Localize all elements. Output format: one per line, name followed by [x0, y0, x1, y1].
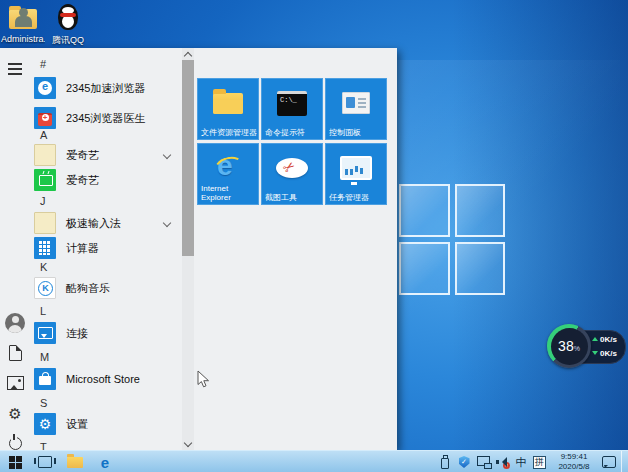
connect-icon [34, 322, 56, 344]
section-letter: S [40, 397, 47, 409]
user-avatar-icon [5, 313, 25, 333]
app-item-label: 设置 [66, 417, 88, 432]
scroll-up-button[interactable] [182, 48, 194, 60]
app-item-label: 酷狗音乐 [66, 281, 110, 296]
desktop-icon-qq[interactable]: 腾讯QQ [46, 4, 90, 47]
file-explorer-icon [197, 86, 259, 120]
tile-label: 任务管理器 [329, 193, 385, 202]
app-item-label: 极速输入法 [66, 216, 121, 231]
2345-browser-icon [34, 77, 56, 99]
app-item-label: Microsoft Store [66, 373, 140, 385]
task-view-button[interactable] [30, 451, 60, 472]
scrollbar-thumb[interactable] [182, 60, 194, 256]
action-center-button[interactable] [602, 454, 616, 470]
windows-logo [399, 184, 505, 295]
scroll-down-button[interactable] [182, 438, 194, 450]
section-header[interactable]: K [30, 260, 188, 274]
windows-logo-pane [399, 242, 450, 295]
app-item-microsoft-store[interactable]: Microsoft Store [30, 366, 180, 392]
windows-logo-pane [455, 242, 506, 295]
desktop-icon-label: 腾讯QQ [46, 34, 90, 47]
download-speed-value: 0K/s [600, 349, 617, 358]
app-item-connect[interactable]: 连接 [30, 320, 180, 346]
volume-tray-icon[interactable]: × [495, 454, 509, 470]
windows-logo-pane [399, 184, 450, 237]
section-header[interactable]: # [30, 57, 188, 71]
download-speed-row: 0K/s [592, 348, 622, 358]
app-list-scrollbar[interactable] [182, 48, 194, 450]
app-group-iqiyi[interactable]: 爱奇艺 [30, 142, 180, 168]
pictures-icon [7, 376, 24, 390]
app-item-settings[interactable]: 设置 [30, 411, 180, 437]
section-header[interactable]: J [30, 194, 188, 208]
chevron-down-icon[interactable] [163, 151, 171, 159]
chevron-down-icon[interactable] [163, 219, 171, 227]
percent-sign: % [574, 332, 580, 366]
task-manager-icon [325, 151, 387, 185]
section-header[interactable]: M [30, 350, 188, 364]
tile-command-prompt[interactable]: 命令提示符 [261, 78, 323, 140]
app-group-jisu-ime[interactable]: 极速输入法 [30, 210, 180, 236]
upload-speed-row: 0K/s [592, 334, 622, 344]
tile-label: 截图工具 [265, 193, 321, 202]
ime-mode-indicator[interactable]: 中 [514, 454, 528, 470]
microsoft-store-icon [34, 368, 56, 390]
tile-file-explorer[interactable]: 文件资源管理器 [197, 78, 259, 140]
document-icon [9, 345, 22, 361]
gear-icon: ⚙ [8, 406, 21, 421]
app-item-label: 爱奇艺 [66, 173, 99, 188]
action-center-icon [602, 456, 616, 468]
command-prompt-icon [261, 86, 323, 120]
power-icon [9, 437, 22, 450]
app-item-calculator[interactable]: 计算器 [30, 235, 180, 261]
user-account-button[interactable] [0, 310, 30, 336]
section-letter: M [40, 351, 49, 363]
taskbar-clock[interactable]: 9:59:41 2020/5/8 [551, 452, 597, 472]
windows-logo-pane [455, 184, 506, 237]
app-item-iqiyi[interactable]: 爱奇艺 [30, 167, 180, 193]
documents-button[interactable] [0, 340, 30, 366]
app-item-kugou[interactable]: 酷狗音乐 [30, 275, 180, 301]
file-explorer-taskbar-button[interactable] [60, 451, 90, 472]
section-letter: A [40, 129, 47, 141]
expand-menu-button[interactable] [0, 56, 30, 82]
pictures-button[interactable] [0, 370, 30, 396]
app-item-label: 2345浏览器医生 [66, 111, 145, 126]
app-item-2345-browser[interactable]: 2345加速浏览器 [30, 75, 180, 101]
section-header[interactable]: L [30, 304, 188, 318]
upload-arrow-icon [592, 334, 598, 341]
section-header[interactable]: S [30, 396, 188, 410]
network-tray-icon[interactable] [476, 454, 490, 470]
download-arrow-icon [592, 351, 598, 358]
hamburger-icon [8, 63, 22, 65]
speed-monitor-widget[interactable]: 0K/s 0K/s 38 % [546, 323, 626, 369]
show-desktop-button[interactable] [621, 451, 626, 472]
app-item-label: 爱奇艺 [66, 148, 99, 163]
start-button[interactable] [0, 451, 30, 472]
usb-device-tray-icon[interactable] [438, 454, 452, 470]
taskbar-left: e [0, 451, 120, 472]
internet-explorer-taskbar-button[interactable]: e [90, 451, 120, 472]
ie-e-icon: e [101, 455, 109, 470]
section-header[interactable]: A [30, 128, 188, 142]
section-letter: L [40, 305, 46, 317]
2345-doctor-icon [34, 107, 56, 129]
calculator-icon [34, 237, 56, 259]
memory-usage-ring[interactable]: 38 % [547, 324, 591, 368]
security-tray-icon[interactable] [457, 454, 471, 470]
snipping-tool-icon [261, 151, 323, 185]
start-menu-rail: ⚙ [0, 48, 30, 450]
ime-layout-indicator[interactable]: 拼 [533, 456, 546, 469]
settings-app-icon [34, 413, 56, 435]
ime-mode-label: 中 [516, 455, 527, 470]
mute-badge: × [503, 462, 510, 469]
settings-button[interactable]: ⚙ [0, 400, 30, 426]
ime-layout-label: 拼 [535, 456, 544, 469]
app-folder-icon [34, 212, 56, 234]
tile-task-manager[interactable]: 任务管理器 [325, 143, 387, 205]
qq-penguin-icon [52, 4, 84, 32]
desktop-icon-administrator[interactable]: Administra... [1, 4, 45, 44]
tile-snipping-tool[interactable]: 截图工具 [261, 143, 323, 205]
tile-control-panel[interactable]: 控制面板 [325, 78, 387, 140]
tile-internet-explorer[interactable]: e Internet Explorer [197, 143, 259, 205]
